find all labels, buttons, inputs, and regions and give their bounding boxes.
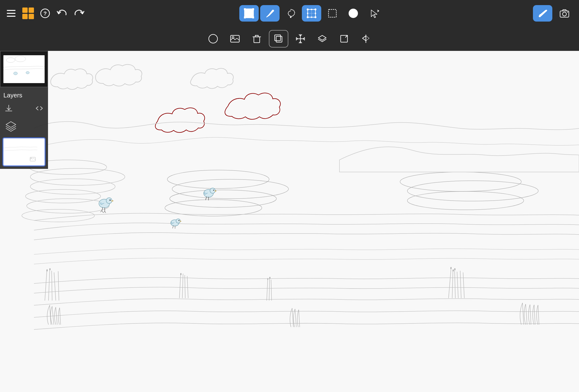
toolbar-left: ?: [5, 7, 85, 20]
svg-text:?: ?: [43, 10, 47, 16]
svg-rect-1: [7, 13, 15, 14]
left-panel: Layers: [0, 51, 49, 169]
svg-rect-13: [244, 16, 246, 18]
svg-rect-27: [329, 9, 336, 17]
svg-rect-44: [276, 36, 282, 42]
duplicate-tool[interactable]: [269, 30, 288, 48]
svg-point-79: [176, 219, 180, 223]
menu-button[interactable]: [5, 7, 17, 20]
cancel-tool[interactable]: [344, 5, 363, 22]
svg-rect-11: [244, 8, 246, 10]
svg-rect-50: [0, 51, 579, 392]
svg-point-105: [26, 71, 29, 74]
svg-point-36: [209, 34, 217, 43]
layer-thumb-preview: [3, 138, 45, 166]
help-button[interactable]: ?: [39, 7, 51, 20]
svg-rect-14: [252, 16, 254, 18]
lasso-tool[interactable]: [281, 5, 300, 22]
camera-button[interactable]: [555, 5, 574, 22]
layers-title: Layers: [2, 90, 46, 101]
logo-icon: [22, 7, 34, 20]
transform-tool[interactable]: [302, 5, 321, 22]
svg-point-104: [13, 72, 17, 75]
svg-point-80: [178, 220, 179, 221]
resize-tool[interactable]: [334, 30, 354, 48]
svg-point-19: [307, 16, 309, 18]
svg-point-75: [213, 190, 214, 191]
svg-rect-101: [3, 55, 45, 83]
svg-rect-9: [245, 9, 253, 18]
move-object-tool[interactable]: [291, 30, 310, 48]
delete-tool[interactable]: [247, 30, 267, 48]
canvas-thumbnail: [0, 51, 48, 87]
svg-rect-39: [254, 37, 260, 43]
select-rect-tool[interactable]: [239, 5, 259, 22]
svg-point-66: [110, 200, 111, 201]
toolbar-center: [93, 5, 530, 22]
svg-rect-3: [22, 7, 28, 13]
svg-rect-12: [252, 8, 254, 10]
layer-item-1[interactable]: [2, 137, 46, 167]
redo-button[interactable]: [73, 7, 85, 20]
code-view-button[interactable]: [34, 103, 45, 114]
svg-point-74: [210, 188, 215, 193]
import-layer-button[interactable]: [3, 103, 14, 114]
select-box-tool[interactable]: [323, 5, 342, 22]
layers-controls: [2, 101, 46, 115]
pointer-tool[interactable]: [364, 5, 384, 22]
svg-point-34: [563, 12, 566, 16]
svg-point-32: [539, 15, 541, 17]
group-layers-button[interactable]: [2, 118, 19, 135]
svg-rect-45: [275, 35, 281, 41]
svg-point-65: [106, 198, 112, 204]
pen-tool[interactable]: [260, 5, 280, 22]
svg-point-18: [314, 8, 316, 10]
circle-shape-tool[interactable]: [204, 30, 223, 48]
layers-panel: Layers: [0, 87, 48, 169]
svg-rect-6: [29, 14, 34, 19]
flip-tool[interactable]: [356, 30, 375, 48]
svg-rect-4: [29, 7, 34, 13]
svg-point-35: [567, 12, 568, 13]
secondary-toolbar: [0, 27, 579, 51]
svg-point-15: [290, 16, 291, 18]
svg-rect-2: [7, 16, 15, 17]
canvas-area[interactable]: [0, 51, 579, 392]
toolbar-right: [533, 5, 574, 22]
svg-rect-5: [22, 14, 28, 19]
top-toolbar: ?: [0, 0, 579, 27]
thumbnail-preview: [3, 55, 45, 83]
svg-rect-0: [7, 10, 15, 11]
insert-image-tool[interactable]: [225, 30, 245, 48]
svg-point-20: [314, 16, 316, 18]
undo-button[interactable]: [56, 7, 68, 20]
layer-blend-tool[interactable]: [312, 30, 332, 48]
brush-tool-right[interactable]: [533, 5, 552, 22]
svg-point-17: [307, 8, 309, 10]
